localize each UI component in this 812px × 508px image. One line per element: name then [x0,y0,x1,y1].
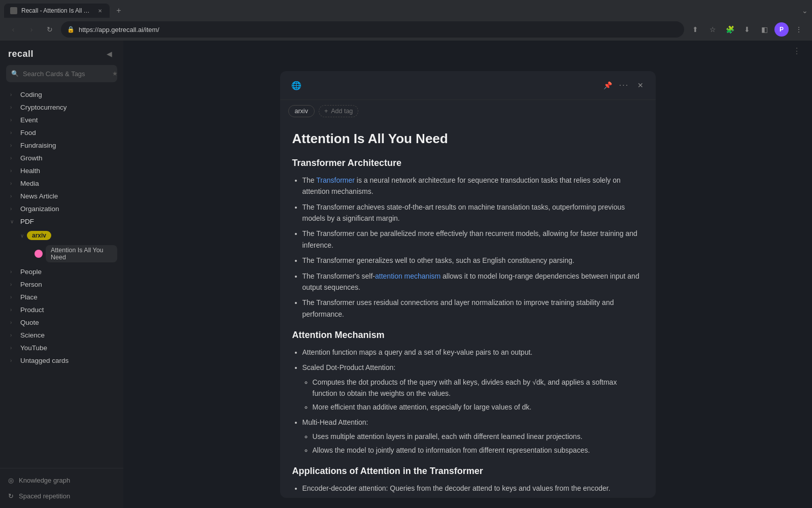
list-item: The Transformer generalizes well to othe… [302,255,644,266]
sidebar-button[interactable]: ◧ [757,22,771,37]
pdf-children: ∨ arxiv Attention Is All You Need [0,229,123,264]
article-title: Attention Is All You Need [292,130,644,148]
sidebar-item-person[interactable]: › Person [2,278,121,291]
close-card-button[interactable]: ✕ [633,78,648,92]
list-item: Allows the model to jointly attend to in… [313,445,644,456]
chevron-right-icon: › [10,269,16,275]
sidebar-item-arxiv[interactable]: ∨ arxiv [16,229,121,242]
lock-icon: 🔒 [67,26,75,33]
spaced-repetition-button[interactable]: ↻ Spaced repetition [0,488,123,504]
sidebar-item-fundraising[interactable]: › Fundraising [2,139,121,152]
list-item: Scaled Dot-Product Attention: Computes t… [302,362,644,413]
attention-mechanism-link[interactable]: attention mechanism [375,272,441,280]
address-bar[interactable]: 🔒 https://app.getrecall.ai/item/ [61,21,684,38]
sidebar-collapse-button[interactable]: ◀ [103,48,115,60]
sidebar-search-bar[interactable]: 🔍 ★ [6,65,117,82]
section-heading-transformer-architecture: Transformer Architecture [292,158,644,168]
sidebar-item-coding[interactable]: › Coding [2,88,121,101]
tab-close-button[interactable]: ✕ [96,7,104,14]
chevron-right-icon: › [10,282,16,287]
scaled-dot-product-sublist: Computes the dot products of the query w… [313,377,644,413]
sidebar-item-people[interactable]: › People [2,265,121,278]
knowledge-graph-button[interactable]: ◎ Knowledge graph [0,472,123,488]
reload-button[interactable]: ↻ [43,22,57,37]
add-tag-button[interactable]: + Add tag [319,105,358,117]
sidebar-item-health[interactable]: › Health [2,164,121,177]
tabs-chevron[interactable]: ⌄ [802,7,808,15]
browser-menu-button[interactable]: ⋮ [792,22,806,37]
list-item: The Transformer can be parallelized more… [302,228,644,251]
browser-toolbar: ‹ › ↻ 🔒 https://app.getrecall.ai/item/ ⬆… [0,18,812,41]
sidebar-item-pdf[interactable]: ∨ PDF [2,215,121,228]
sidebar-item-news-article[interactable]: › News Article [2,190,121,202]
new-tab-button[interactable]: + [112,4,126,18]
chevron-right-icon: › [10,320,16,325]
share-button[interactable]: ⬆ [688,22,702,37]
arxiv-tag-pill[interactable]: arxiv [27,231,51,240]
favorite-button[interactable]: ☆ [705,22,720,37]
attention-mechanism-list: Attention function maps a query and a se… [302,347,644,456]
sidebar-footer: ◎ Knowledge graph ↻ Spaced repetition [0,468,123,508]
tag-label: News Article [20,192,58,200]
tag-label: Coding [20,91,42,98]
main-menu-button[interactable]: ⋮ [790,44,804,58]
chevron-right-icon: › [10,345,16,351]
list-item: Multi-Head Attention: Uses multiple atte… [302,417,644,456]
extensions-button[interactable]: 🧩 [723,22,737,37]
sidebar-item-cryptocurrency[interactable]: › Cryptocurrency [2,101,121,114]
list-item: Uses multiple attention layers in parall… [313,431,644,442]
card-item-attention[interactable]: Attention Is All You Need [30,243,121,264]
tab-title: Recall - Attention Is All You N... [21,7,92,14]
tag-label: Place [20,293,38,301]
tag-label: Media [20,180,39,187]
list-item: Computes the dot products of the query w… [313,377,644,399]
applications-list: Encoder-decoder attention: Queries from … [302,483,644,498]
sidebar-item-event[interactable]: › Event [2,114,121,126]
section-heading-applications: Applications of Attention in the Transfo… [292,466,644,477]
spaced-repetition-label: Spaced repetition [19,492,70,500]
tag-label: Quote [20,319,39,326]
browser-action-buttons: ⬆ ☆ 🧩 ⬇ ◧ P ⋮ [688,22,806,37]
article-card: 🌐 📌 ··· ✕ arxiv + Add tag [280,71,656,498]
main-top-bar: ⋮ [123,41,812,61]
tag-label: YouTube [20,344,47,352]
forward-button[interactable]: › [24,22,39,37]
sidebar-item-food[interactable]: › Food [2,126,121,139]
article-header-actions: 📌 ··· ✕ [601,78,648,92]
save-button[interactable]: ⬇ [740,22,754,37]
tag-label: Fundraising [20,142,56,149]
chevron-right-icon: › [10,168,16,174]
favorites-icon[interactable]: ★ [112,70,118,77]
add-tag-label: Add tag [331,108,353,115]
more-options-button[interactable]: ··· [617,78,631,92]
sidebar-item-organization[interactable]: › Organization [2,202,121,215]
sidebar-item-youtube[interactable]: › YouTube [2,342,121,354]
list-item: The Transformer is a neural network arch… [302,175,644,197]
sidebar-item-place[interactable]: › Place [2,291,121,303]
globe-icon[interactable]: 🌐 [288,77,304,93]
list-item: Encoder-decoder attention: Queries from … [302,483,644,494]
chevron-down-icon: ∨ [20,233,24,239]
pin-button[interactable]: 📌 [601,78,615,92]
list-item: The Transformer achieves state-of-the-ar… [302,201,644,224]
sidebar-item-product[interactable]: › Product [2,303,121,316]
sidebar-header: recall ◀ [0,41,123,65]
arxiv-children: Attention Is All You Need [14,243,123,264]
chevron-right-icon: › [10,294,16,300]
chevron-right-icon: › [10,307,16,313]
search-input[interactable] [23,70,108,78]
knowledge-graph-label: Knowledge graph [19,477,70,484]
sidebar-item-media[interactable]: › Media [2,177,121,190]
multi-head-attention-sublist: Uses multiple attention layers in parall… [313,431,644,456]
sidebar-item-untagged[interactable]: › Untagged cards [2,354,121,367]
article-tag-arxiv[interactable]: arxiv [288,105,315,117]
sidebar-item-science[interactable]: › Science [2,329,121,342]
transformer-link[interactable]: Transformer [316,176,355,184]
profile-button[interactable]: P [774,22,789,37]
sidebar-item-quote[interactable]: › Quote [2,316,121,329]
app-container: recall ◀ 🔍 ★ › Coding › Cryptocurrency ›… [0,41,812,508]
sidebar-item-growth[interactable]: › Growth [2,152,121,164]
back-button[interactable]: ‹ [6,22,20,37]
article-body: Attention Is All You Need Transformer Ar… [280,122,656,498]
browser-tab-active[interactable]: Recall - Attention Is All You N... ✕ [4,4,110,18]
